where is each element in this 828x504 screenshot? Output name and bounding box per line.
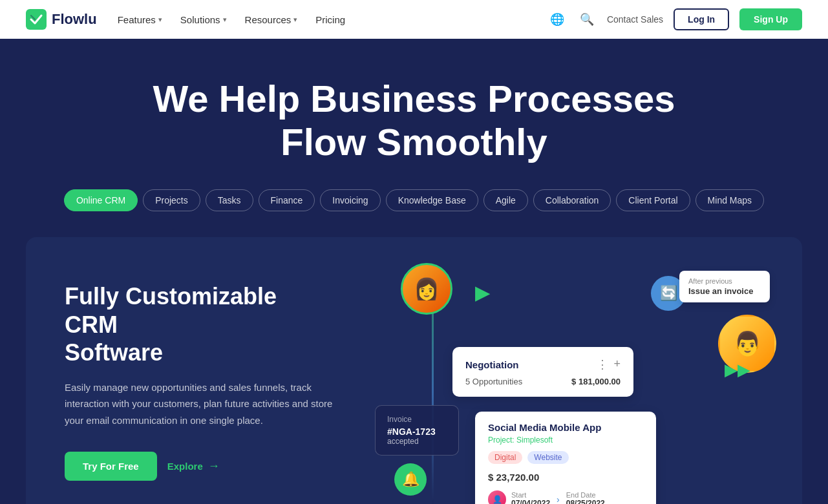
login-button[interactable]: Log In	[674, 8, 729, 30]
crm-left-panel: Fully Customizable CRM Software Easily m…	[65, 276, 336, 481]
navbar: Flowlu Features ▾ Solutions ▾ Resources …	[0, 0, 828, 39]
try-for-free-button[interactable]: Try For Free	[65, 452, 157, 481]
start-date: 07/04/2022	[511, 499, 550, 504]
invoice-number: #NGA-1723	[387, 426, 447, 437]
tab-knowledge-base[interactable]: Knowledge Base	[386, 189, 478, 211]
crm-content-section: Fully Customizable CRM Software Easily m…	[26, 237, 802, 504]
avatar-small: 👤	[488, 490, 506, 504]
add-icon[interactable]: +	[613, 357, 621, 372]
negotiation-stats: 5 Opportunities $ 181,000.00	[465, 377, 621, 386]
date-range: Start 07/04/2022 › End Date 08/25/2022	[511, 491, 605, 504]
date-arrow-icon: ›	[557, 494, 560, 504]
start-label: Start	[511, 491, 550, 499]
logo[interactable]: Flowlu	[26, 9, 97, 30]
notification-bell[interactable]: 🔔	[394, 463, 427, 496]
tab-agile[interactable]: Agile	[483, 189, 528, 211]
contact-sales-link[interactable]: Contact Sales	[607, 14, 663, 25]
tab-invoicing[interactable]: Invoicing	[320, 189, 380, 211]
nav-resources[interactable]: Resources ▾	[245, 14, 298, 25]
chevron-down-icon: ▾	[223, 16, 227, 24]
nav-links: Features ▾ Solutions ▾ Resources ▾ Prici…	[118, 14, 527, 25]
globe-icon[interactable]: 🌐	[547, 10, 567, 29]
negotiation-card-header: Negotiation ⋮ +	[465, 357, 621, 372]
hero-headline: We Help Business Processes Flow Smoothly	[123, 78, 705, 163]
tab-collaboration[interactable]: Collaboration	[533, 189, 611, 211]
tab-mind-maps[interactable]: Mind Maps	[695, 189, 764, 211]
logo-text: Flowlu	[52, 11, 97, 28]
after-previous-label: After previous	[688, 277, 761, 285]
play-icon: ▶	[475, 282, 489, 304]
chevron-down-icon: ▾	[158, 16, 162, 24]
explore-button[interactable]: Explore →	[167, 459, 220, 473]
opportunities-count: 5 Opportunities	[465, 377, 522, 386]
nav-right: 🌐 🔍 Contact Sales Log In Sign Up	[547, 8, 802, 30]
invoice-box: Invoice #NGA-1723 accepted	[375, 405, 459, 456]
signup-button[interactable]: Sign Up	[739, 8, 802, 30]
tab-finance[interactable]: Finance	[259, 189, 315, 211]
social-media-card: Social Media Mobile App Project: Simples…	[475, 412, 656, 504]
chevron-down-icon: ▾	[293, 16, 297, 24]
end-date-group: End Date 08/25/2022	[566, 491, 605, 504]
more-options-icon[interactable]: ⋮	[597, 357, 608, 372]
nav-solutions[interactable]: Solutions ▾	[180, 14, 227, 25]
search-icon[interactable]: 🔍	[577, 10, 597, 29]
negotiation-card: Negotiation ⋮ + 5 Opportunities $ 181,00…	[452, 347, 633, 397]
crm-heading: Fully Customizable CRM Software	[65, 282, 336, 366]
nav-features[interactable]: Features ▾	[118, 14, 162, 25]
end-label: End Date	[566, 491, 605, 499]
after-previous-value: Issue an invoice	[688, 286, 761, 296]
tab-tasks[interactable]: Tasks	[206, 189, 253, 211]
double-arrow-icon: ▶▶	[725, 360, 750, 380]
tag-website: Website	[527, 451, 568, 464]
after-previous-card: After previous Issue an invoice	[679, 271, 770, 302]
card-actions: ⋮ +	[597, 357, 621, 372]
avatar-woman: 👩	[401, 263, 452, 315]
crm-illustration: 👩 ▶ 🔄 After previous Issue an invoice Ne…	[375, 276, 763, 504]
invoice-label: Invoice	[387, 415, 447, 424]
nav-pricing[interactable]: Pricing	[315, 14, 345, 25]
negotiation-amount: $ 181,000.00	[571, 377, 621, 386]
svg-rect-0	[26, 9, 47, 30]
invoice-status: accepted	[387, 437, 447, 446]
tab-projects[interactable]: Projects	[143, 189, 200, 211]
feature-tabs: Online CRM Projects Tasks Finance Invoic…	[26, 189, 802, 211]
cta-buttons: Try For Free Explore →	[65, 452, 336, 481]
tab-client-portal[interactable]: Client Portal	[616, 189, 690, 211]
social-card-tags: Digital Website	[488, 451, 643, 464]
arrow-right-icon: →	[208, 459, 220, 473]
negotiation-title: Negotiation	[465, 359, 519, 370]
hero-section: We Help Business Processes Flow Smoothly…	[0, 39, 828, 211]
start-date-group: Start 07/04/2022	[511, 491, 550, 504]
social-card-project: Project: Simplesoft	[488, 436, 643, 445]
social-card-dates: 👤 Start 07/04/2022 › End Date 08/25/2022	[488, 490, 643, 504]
end-date: 08/25/2022	[566, 499, 605, 504]
tag-digital: Digital	[488, 451, 522, 464]
social-card-title: Social Media Mobile App	[488, 422, 643, 433]
social-card-amount: $ 23,720.00	[488, 472, 643, 483]
tab-online-crm[interactable]: Online CRM	[64, 189, 138, 211]
crm-description: Easily manage new opportunities and sale…	[65, 379, 336, 429]
